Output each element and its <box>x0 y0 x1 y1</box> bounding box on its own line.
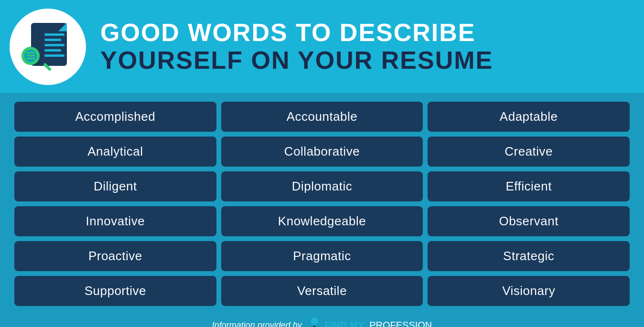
header-line2-bold: RESUME <box>381 46 493 74</box>
doc-line <box>44 39 61 41</box>
word-cell: Collaborative <box>221 137 423 167</box>
main-content: AccomplishedAccountableAdaptableAnalytic… <box>0 93 644 311</box>
brand-profession: PROFESSION <box>369 320 432 327</box>
brand-name: FIND MY PROFESSION <box>325 320 432 327</box>
word-cell: Observant <box>428 206 630 236</box>
svg-point-0 <box>311 317 318 325</box>
word-cell: Creative <box>428 137 630 167</box>
footer: Information provided by FIND MY PROFESSI… <box>0 311 644 327</box>
person-icon <box>307 316 322 327</box>
word-cell: Accountable <box>221 102 423 132</box>
doc-line <box>44 33 64 36</box>
word-cell: Pragmatic <box>221 241 423 271</box>
word-cell: Accomplished <box>14 102 216 132</box>
magnify-icon <box>21 47 48 73</box>
word-cell: Analytical <box>14 137 216 167</box>
words-grid: AccomplishedAccountableAdaptableAnalytic… <box>14 102 630 306</box>
doc-line <box>44 44 64 46</box>
magnify-line <box>26 55 35 56</box>
word-cell: Versatile <box>221 276 423 306</box>
brand-logo: FIND MY PROFESSION <box>307 316 432 327</box>
header-text: GOOD WORDS TO DESCRIBE YOURSELF ON YOUR … <box>100 19 493 74</box>
footer-text: Information provided by <box>212 320 302 327</box>
word-cell: Knowledgeable <box>221 206 423 236</box>
word-cell: Proactive <box>14 241 216 271</box>
header-line2: YOURSELF ON YOUR RESUME <box>100 47 493 74</box>
magnify-line <box>26 58 35 59</box>
word-cell: Strategic <box>428 241 630 271</box>
word-cell: Adaptable <box>428 102 630 132</box>
header-line1: GOOD WORDS TO DESCRIBE <box>100 19 476 46</box>
magnify-lines <box>26 52 35 59</box>
word-cell: Innovative <box>14 206 216 236</box>
magnify-line <box>26 52 35 53</box>
brand-find-my: FIND MY <box>325 320 364 327</box>
word-cell: Diplomatic <box>221 171 423 201</box>
magnify-circle <box>21 47 40 65</box>
logo-inner <box>21 21 74 73</box>
svg-marker-1 <box>313 325 316 327</box>
header: GOOD WORDS TO DESCRIBE YOURSELF ON YOUR … <box>0 0 644 93</box>
word-cell: Diligent <box>14 171 216 201</box>
header-line2-normal: YOURSELF ON YOUR <box>100 46 381 74</box>
word-cell: Visionary <box>428 276 630 306</box>
word-cell: Supportive <box>14 276 216 306</box>
word-cell: Efficient <box>428 171 630 201</box>
logo-circle <box>10 9 86 85</box>
